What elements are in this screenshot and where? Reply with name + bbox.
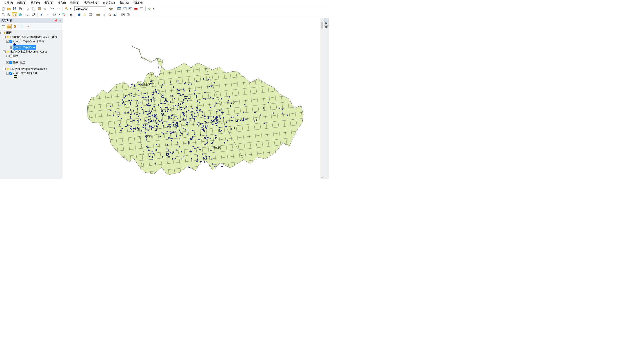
measure-icon[interactable] — [96, 12, 101, 17]
toc-close-icon[interactable]: ✕ — [59, 19, 61, 22]
tree-root[interactable]: − ◆ 图层 — [0, 31, 62, 35]
expand-icon[interactable]: − — [6, 40, 9, 43]
expand-icon[interactable]: − — [6, 61, 9, 64]
layer-checkbox[interactable] — [10, 72, 12, 75]
expand-icon[interactable]: − — [0, 32, 3, 34]
menu-customize[interactable]: 自定义(C) — [101, 0, 117, 5]
list-by-selection-icon[interactable] — [18, 24, 23, 29]
scale-text-input[interactable] — [76, 7, 109, 10]
fixed-zoom-out-icon[interactable] — [31, 12, 36, 17]
pointer-icon[interactable] — [69, 12, 74, 17]
find-icon[interactable] — [101, 12, 106, 17]
undo-icon[interactable] — [50, 6, 55, 11]
menu-bookmarks[interactable]: 书签(B) — [42, 0, 56, 5]
expand-icon[interactable]: − — [3, 50, 6, 53]
tree-symbol-rect-fill[interactable] — [0, 75, 62, 78]
add-data-icon[interactable]: + — [64, 6, 69, 11]
menu-help[interactable]: 帮助(H) — [131, 0, 145, 5]
catalog-window-icon[interactable] — [122, 6, 127, 11]
layer-checkbox[interactable] — [10, 40, 12, 43]
list-by-drawing-order-icon[interactable] — [1, 24, 6, 29]
open-icon[interactable] — [6, 6, 12, 11]
fixed-zoom-in-icon[interactable] — [26, 12, 30, 17]
toc-window-icon[interactable] — [116, 6, 122, 11]
list-by-visibility-icon[interactable] — [12, 24, 17, 29]
arctoolbox-icon[interactable] — [134, 6, 138, 11]
tree-layer-events[interactable]: − 石家庄_二手房.csv 个事件 — [0, 39, 62, 43]
menu-geoprocessing[interactable]: 地理处理(G) — [82, 0, 101, 5]
prev-extent-icon[interactable] — [39, 12, 44, 17]
scale-input[interactable]: ▾ — [74, 6, 106, 11]
mb-dropdown-icon[interactable]: ▼ — [152, 8, 154, 10]
tree-symbol-rect[interactable] — [0, 65, 62, 67]
tools-toolbar: + - ▼ i XY — [0, 12, 329, 18]
print-icon[interactable] — [18, 6, 23, 11]
pan-icon[interactable] — [12, 12, 17, 17]
scroll-up-icon[interactable]: ▴ — [320, 18, 324, 22]
viewer-window-icon[interactable] — [126, 12, 131, 17]
delete-icon[interactable] — [42, 6, 48, 11]
clear-selection-icon[interactable] — [61, 12, 66, 17]
menu-select[interactable]: 选择(S) — [68, 0, 82, 5]
menu-file[interactable]: 文件(F) — [2, 0, 15, 5]
svg-point-51 — [104, 15, 105, 16]
tree-frame-1[interactable]: − 📁 F:\数据分析统计建模比赛汇总\统计建模 — [0, 35, 62, 39]
cut-icon[interactable] — [26, 6, 30, 11]
expand-icon[interactable]: − — [3, 68, 6, 70]
map-canvas[interactable]: 新华区 长安区 桥西区 裕华区 ▴ ▾ — [63, 18, 324, 179]
new-doc-icon[interactable] — [1, 6, 6, 11]
find-route-icon[interactable] — [107, 12, 112, 17]
menu-window[interactable]: 窗口(W) — [117, 0, 131, 5]
paste-icon[interactable] — [37, 6, 42, 11]
time-slider-icon[interactable] — [120, 12, 126, 17]
layer-checkbox[interactable] — [10, 54, 12, 57]
map-scrollbar-v[interactable]: ▴ ▾ — [320, 18, 324, 179]
scroll-thumb[interactable] — [321, 22, 323, 28]
tree-layer-fishnet[interactable]: − 渔网 — [0, 54, 62, 58]
tree-table-csv[interactable]: ▦ 石家庄_二手房.csv — [0, 45, 62, 50]
save-icon[interactable] — [12, 6, 17, 11]
tree-root-label: 图层 — [6, 31, 12, 35]
goto-xy-icon[interactable]: XY — [112, 12, 118, 17]
tree-symbol-rect[interactable] — [0, 58, 62, 60]
zoom-in-icon[interactable]: + — [1, 12, 6, 17]
full-extent-icon[interactable] — [18, 12, 23, 17]
redo-icon[interactable] — [56, 6, 61, 11]
list-by-source-icon[interactable] — [7, 24, 12, 29]
tree-layer-districts[interactable]: − 石家庄市主要四个区 — [0, 71, 62, 75]
next-extent-icon[interactable] — [45, 12, 50, 17]
tree-frame-2[interactable]: − 📁 E:\ArcGIS10.5\document\test2 — [0, 50, 62, 54]
layer-fishnet-label: 渔网 — [13, 54, 18, 58]
label-yuhua: 裕华区 — [212, 146, 221, 150]
search-window-icon[interactable] — [128, 6, 133, 11]
zoom-out-icon[interactable]: - — [6, 12, 12, 17]
svg-rect-24 — [134, 8, 137, 8]
copy-icon[interactable] — [31, 6, 36, 11]
expand-icon[interactable]: − — [6, 72, 9, 74]
html-popup-icon[interactable] — [88, 12, 93, 17]
menu-view[interactable]: 视图(V) — [28, 0, 42, 5]
editor-toolbar-icon[interactable] — [109, 6, 114, 11]
tree-layer-fishnet-clip[interactable]: − 渔网_裁剪 — [0, 60, 62, 65]
model-builder-icon[interactable] — [147, 6, 152, 11]
toc-tree[interactable]: − ◆ 图层 − 📁 F:\数据分析统计建模比赛汇总\统计建模 − 石家庄_二手… — [0, 30, 63, 179]
identify-icon[interactable]: i — [76, 12, 82, 17]
expand-icon[interactable]: − — [6, 55, 9, 57]
hyperlink-icon[interactable] — [82, 12, 87, 17]
scroll-down-icon[interactable]: ▾ — [320, 176, 324, 179]
layer-checkbox[interactable] — [10, 61, 12, 64]
svg-line-33 — [4, 15, 5, 16]
add-data-dropdown-icon[interactable]: ▼ — [70, 8, 72, 10]
menu-edit[interactable]: 编辑(E) — [15, 0, 28, 5]
toc-pin-icon[interactable]: 📌 — [54, 19, 58, 22]
expand-icon[interactable]: − — [3, 36, 6, 38]
select-features-icon[interactable] — [52, 12, 58, 17]
menu-insert[interactable]: 插入(I) — [56, 0, 68, 5]
search-tab[interactable]: 搜索 — [324, 22, 329, 25]
catalog-tab[interactable]: 目录 — [324, 18, 329, 22]
select-dropdown-icon[interactable]: ▼ — [58, 14, 60, 16]
toc-options-icon[interactable] — [26, 24, 31, 29]
python-window-icon[interactable]: >_ — [139, 6, 144, 11]
tree-frame-3[interactable]: − 📁 E:\PythonProject\统计建模\shp — [0, 67, 62, 71]
tree-symbol-dot[interactable] — [0, 43, 62, 45]
